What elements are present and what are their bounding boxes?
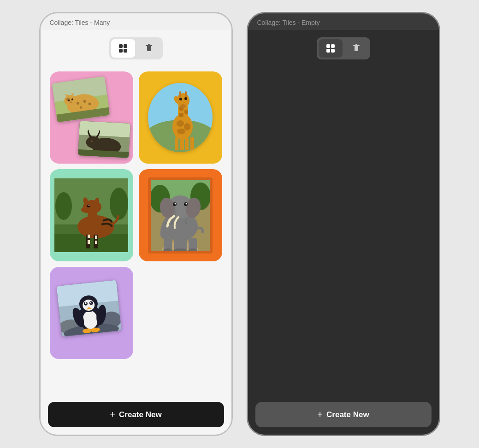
svg-point-62 bbox=[81, 206, 92, 213]
svg-point-52 bbox=[180, 104, 186, 108]
toolbar-buttons-dark bbox=[317, 37, 370, 59]
svg-rect-4 bbox=[147, 46, 151, 51]
svg-rect-43 bbox=[179, 113, 183, 117]
elephant-frame bbox=[148, 177, 213, 253]
create-new-button-dark[interactable]: + Create New bbox=[255, 402, 432, 427]
svg-rect-115 bbox=[331, 44, 335, 48]
svg-point-69 bbox=[87, 205, 90, 207]
svg-point-70 bbox=[89, 205, 89, 206]
svg-rect-48 bbox=[180, 137, 184, 150]
giraffe-svg bbox=[148, 83, 213, 152]
svg-rect-116 bbox=[326, 49, 330, 53]
svg-rect-120 bbox=[355, 44, 357, 46]
svg-point-45 bbox=[184, 123, 190, 130]
svg-rect-3 bbox=[124, 49, 127, 53]
svg-point-46 bbox=[177, 129, 185, 134]
svg-rect-65 bbox=[88, 240, 90, 244]
svg-rect-114 bbox=[326, 44, 330, 48]
grid-icon-dark bbox=[325, 43, 336, 53]
delete-button-light[interactable] bbox=[137, 39, 161, 58]
svg-rect-37 bbox=[179, 91, 181, 98]
tile-yellow[interactable] bbox=[139, 71, 222, 164]
okapi-svg bbox=[54, 178, 128, 252]
create-new-label-light: Create New bbox=[119, 410, 162, 419]
app-container: Collage: Tiles - Many bbox=[30, 3, 449, 445]
svg-point-55 bbox=[55, 192, 72, 220]
buffalo-card bbox=[78, 121, 130, 158]
buffalo-svg bbox=[78, 121, 130, 158]
svg-rect-42 bbox=[184, 110, 188, 114]
svg-point-85 bbox=[186, 203, 187, 204]
giraffe-circle bbox=[148, 83, 213, 152]
phone-screen-dark: + Create New bbox=[248, 30, 439, 435]
toolbar-dark bbox=[248, 30, 439, 67]
cheetah-card bbox=[52, 76, 110, 122]
phone-title-dark: Collage: Tiles - Empty bbox=[248, 13, 439, 30]
toolbar-buttons-light bbox=[109, 37, 163, 59]
plus-icon-dark: + bbox=[317, 409, 323, 420]
svg-rect-1 bbox=[124, 44, 127, 48]
trash-icon-light bbox=[144, 43, 154, 53]
svg-point-40 bbox=[184, 97, 187, 100]
grid-icon bbox=[118, 43, 128, 53]
grid-view-button-dark[interactable] bbox=[319, 39, 343, 58]
delete-button-dark[interactable] bbox=[344, 39, 368, 58]
tile-orange[interactable] bbox=[139, 169, 222, 261]
svg-point-56 bbox=[110, 188, 128, 220]
svg-rect-0 bbox=[119, 44, 123, 48]
phone-dark: Collage: Tiles - Empty bbox=[247, 12, 440, 436]
grid-view-button[interactable] bbox=[111, 39, 135, 58]
collage-grid-light bbox=[41, 67, 231, 398]
svg-point-44 bbox=[177, 120, 184, 127]
empty-area bbox=[248, 67, 439, 398]
svg-rect-68 bbox=[95, 241, 97, 244]
tile-pink[interactable] bbox=[50, 71, 133, 164]
trash-icon-dark bbox=[351, 43, 361, 53]
svg-point-83 bbox=[175, 203, 176, 204]
svg-rect-67 bbox=[95, 236, 97, 239]
phone-light: Collage: Tiles - Many bbox=[39, 12, 233, 436]
svg-rect-117 bbox=[331, 49, 335, 53]
create-new-label-dark: Create New bbox=[326, 410, 369, 419]
plus-icon-light: + bbox=[110, 409, 115, 420]
svg-rect-118 bbox=[355, 46, 358, 51]
toolbar-light bbox=[41, 30, 231, 67]
penguin-card bbox=[56, 280, 121, 337]
svg-rect-6 bbox=[148, 44, 150, 46]
elephant-svg bbox=[151, 180, 210, 251]
phone-title-light: Collage: Tiles - Many bbox=[41, 13, 231, 30]
svg-rect-2 bbox=[119, 49, 123, 53]
phone-screen-light: + Create New bbox=[41, 30, 231, 435]
svg-rect-64 bbox=[88, 235, 90, 238]
svg-point-39 bbox=[179, 98, 182, 100]
tile-mint[interactable] bbox=[50, 169, 133, 261]
tile-purple[interactable] bbox=[50, 267, 133, 359]
svg-rect-47 bbox=[175, 137, 178, 150]
svg-rect-49 bbox=[185, 138, 189, 150]
svg-rect-50 bbox=[190, 137, 194, 150]
svg-rect-38 bbox=[185, 91, 187, 98]
penguin-svg bbox=[56, 280, 121, 337]
create-new-button-light[interactable]: + Create New bbox=[48, 402, 224, 427]
svg-rect-24 bbox=[79, 121, 130, 137]
pink-tile-content bbox=[50, 71, 133, 164]
cheetah-svg bbox=[52, 76, 110, 122]
